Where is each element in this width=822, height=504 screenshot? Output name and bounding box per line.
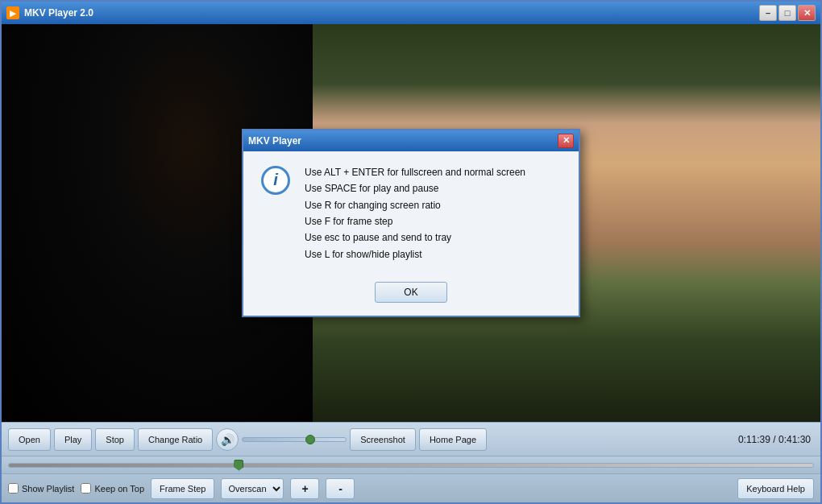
keep-on-top-label: Keep on Top <box>94 484 144 494</box>
window-controls: – □ ✕ <box>759 5 816 21</box>
minus-button[interactable]: - <box>326 478 355 499</box>
time-display: 0:11:39 / 0:41:30 <box>738 434 814 445</box>
dialog-footer: OK <box>243 275 579 316</box>
info-dialog: MKV Player ✕ i Use ALT + ENTER for fulls… <box>242 129 580 317</box>
dialog-line-1: Use ALT + ENTER for fullscreen and norma… <box>305 164 525 180</box>
volume-icon: 🔊 <box>221 433 235 446</box>
dialog-title-bar: MKV Player ✕ <box>243 130 579 151</box>
controls-bar: Open Play Stop Change Ratio 🔊 Screenshot… <box>2 422 820 456</box>
dialog-title: MKV Player <box>248 135 558 147</box>
overscan-select[interactable]: Overscan Normal 4:3 16:9 <box>221 478 284 499</box>
frame-step-button[interactable]: Frame Step <box>151 478 214 499</box>
modal-overlay: MKV Player ✕ i Use ALT + ENTER for fulls… <box>2 24 820 422</box>
info-icon: i <box>261 166 290 195</box>
keep-on-top-checkbox-group[interactable]: Keep on Top <box>81 483 144 494</box>
dialog-line-2: Use SPACE for play and pause <box>305 180 525 196</box>
window-title: MKV Player 2.0 <box>24 7 759 19</box>
progress-bar-area[interactable] <box>2 456 820 473</box>
dialog-text-content: Use ALT + ENTER for fullscreen and norma… <box>305 164 525 262</box>
dialog-line-5: Use esc to pause and send to tray <box>305 229 525 246</box>
dialog-body: i Use ALT + ENTER for fullscreen and nor… <box>243 151 579 275</box>
show-playlist-checkbox-group[interactable]: Show Playlist <box>8 483 74 494</box>
app-icon: ▶ <box>6 6 19 19</box>
open-button[interactable]: Open <box>8 428 51 451</box>
plus-button[interactable]: + <box>290 478 319 499</box>
keyboard-help-button[interactable]: Keyboard Help <box>737 478 814 499</box>
play-button[interactable]: Play <box>54 428 92 451</box>
bottom-bar: Show Playlist Keep on Top Frame Step Ove… <box>2 473 820 502</box>
show-playlist-checkbox[interactable] <box>8 483 19 494</box>
keep-on-top-checkbox[interactable] <box>81 483 91 494</box>
progress-track[interactable] <box>8 463 814 468</box>
title-bar: ▶ MKV Player 2.0 – □ ✕ <box>2 2 820 24</box>
dialog-line-4: Use F for frame step <box>305 213 525 229</box>
info-icon-wrapper: i <box>259 164 292 196</box>
change-ratio-button[interactable]: Change Ratio <box>138 428 213 451</box>
ok-button[interactable]: OK <box>375 282 447 303</box>
maximize-button[interactable]: □ <box>778 5 796 21</box>
volume-button[interactable]: 🔊 <box>216 428 239 451</box>
video-area: MKV Player ✕ i Use ALT + ENTER for fulls… <box>2 24 820 422</box>
show-playlist-label: Show Playlist <box>22 484 74 494</box>
dialog-line-3: Use R for changing screen ratio <box>305 197 525 213</box>
dialog-close-button[interactable]: ✕ <box>558 134 574 148</box>
home-page-button[interactable]: Home Page <box>419 428 487 451</box>
main-window: ▶ MKV Player 2.0 – □ ✕ MKV Player ✕ i <box>0 0 822 504</box>
volume-thumb <box>305 435 315 444</box>
volume-slider[interactable] <box>242 437 347 442</box>
stop-button[interactable]: Stop <box>95 428 135 451</box>
progress-thumb <box>234 460 243 471</box>
close-button[interactable]: ✕ <box>798 5 816 21</box>
screenshot-button[interactable]: Screenshot <box>350 428 416 451</box>
minimize-button[interactable]: – <box>759 5 777 21</box>
dialog-line-6: Use L for show/hide playlist <box>305 246 525 262</box>
